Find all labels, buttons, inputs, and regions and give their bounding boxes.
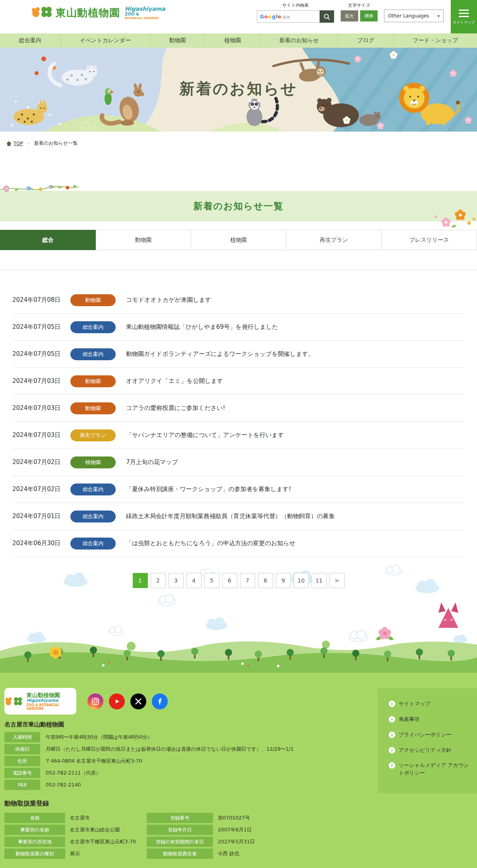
instagram-icon[interactable]	[87, 693, 103, 709]
font-standard-button[interactable]: 標準	[360, 10, 378, 21]
site-header: 東山動植物園 Higashiyama ZOO & BOTANICAL GARDE…	[0, 0, 477, 33]
page-button-6[interactable]: 6	[222, 573, 237, 588]
nav-item-zoo[interactable]: 動物園	[150, 33, 205, 48]
news-category-badge: 植物園	[70, 456, 116, 468]
footer-logo[interactable]: 東山動植物園 Higashiyama ZOO & BOTANICAL GARDE…	[4, 688, 76, 715]
page-button-2[interactable]: 2	[151, 573, 166, 588]
registration-row: 動物取扱業の種別 展示	[4, 849, 147, 859]
footer-link-sitemap[interactable]: サイトマップ	[389, 700, 470, 708]
news-title-link[interactable]: 緑政土木局会計年度月額制業務補助員（育児休業等代替）（動物飼育）の募集	[126, 513, 335, 520]
page-button-9[interactable]: 9	[276, 573, 291, 588]
chevron-right-icon	[389, 747, 395, 753]
pagination: 1 2 3 4 5 6 7 8 9 10 11 >	[0, 557, 477, 588]
footer-link-privacy-policy[interactable]: プライバシーポリシー	[389, 731, 470, 739]
news-category-badge: 総合案内	[70, 538, 116, 550]
news-date: 2024年07月05日	[12, 350, 70, 358]
footer-info-table: 入園時間 午前9時〜午後4時30分（閉園は午後4時50分） 休園日 月曜日（ただ…	[4, 732, 370, 790]
chevron-right-icon	[389, 716, 395, 722]
chevron-right-icon	[389, 762, 395, 769]
news-row: 2024年07月03日 動物園 オオアリクイ「エミ」を公開します	[12, 368, 465, 395]
nav-item-food-shop[interactable]: フード・ショップ	[393, 33, 477, 48]
info-value: 〒464-0804 名古屋市千種区東山元町3-70	[40, 756, 142, 766]
page-button-8[interactable]: 8	[258, 573, 273, 588]
page-button-11[interactable]: 11	[312, 573, 327, 588]
news-row: 2024年07月08日 動物園 コモドオオトカゲが来園します	[12, 287, 465, 314]
news-date: 2024年07月02日	[12, 485, 70, 493]
registration-row: 事業所の名称 名古屋市東山総合公園	[4, 825, 147, 835]
news-row: 2024年07月03日 再生プラン 「サバンナエリアの整備について」アンケートを…	[12, 422, 465, 449]
tab-botanical[interactable]: 植物園	[191, 230, 287, 250]
news-title-link[interactable]: 「サバンナエリアの整備について」アンケートを行います	[126, 431, 284, 439]
tab-zoo[interactable]: 動物園	[96, 230, 191, 250]
info-row: 入園時間 午前9時〜午後4時30分（閉園は午後4時50分）	[4, 732, 370, 742]
news-title-link[interactable]: オオアリクイ「エミ」を公開します	[126, 377, 223, 385]
footer-logo-icon	[4, 695, 23, 707]
google-brand: Google	[260, 14, 281, 19]
pink-flower-illustration	[376, 627, 394, 641]
breadcrumb-top-link[interactable]: TOP	[6, 141, 23, 146]
page-button-10[interactable]: 10	[294, 573, 309, 588]
footer-link-disclaimer[interactable]: 免責事項	[389, 716, 470, 723]
news-category-badge: 動物園	[70, 294, 116, 306]
nav-item-event-calendar[interactable]: イベントカレンダー	[60, 33, 150, 48]
registration-row: 登録番号 第0701027号	[147, 813, 255, 823]
home-icon	[6, 141, 12, 146]
logo-script: Higashiyama	[125, 6, 165, 12]
news-row: 2024年07月05日 総合案内 東山動植物園情報誌「ひがしやま69号」を発行し…	[12, 314, 465, 341]
news-category-badge: 動物園	[70, 402, 116, 414]
news-date: 2024年07月08日	[12, 296, 70, 304]
language-select[interactable]: Other Languages	[384, 10, 444, 22]
news-category-badge: 再生プラン	[70, 429, 116, 441]
news-title-link[interactable]: 7月上旬の花マップ	[126, 458, 178, 466]
page-button-5[interactable]: 5	[204, 573, 219, 588]
news-title-link[interactable]: 「は虫類とおともだちになろう」の申込方法の変更のお知らせ	[126, 540, 295, 547]
news-title-link[interactable]: 東山動植物園情報誌「ひがしやま69号」を発行しました	[126, 323, 278, 331]
news-title-link[interactable]: 動物園ガイドボランティアーズによるワークショップを開催します。	[126, 350, 314, 358]
page-button-7[interactable]: 7	[240, 573, 255, 588]
hamburger-icon	[459, 10, 469, 11]
search-button[interactable]	[320, 10, 334, 23]
registration-row: 事業所の所在地 名古屋市千種区東山元町3-70	[4, 837, 147, 847]
news-title-link[interactable]: 「夏休み特別講座・ワークショップ」の参加者を募集します!	[126, 485, 291, 493]
footer-link-social-media-policy[interactable]: ソーシャルメディア アカウントポリシー	[389, 762, 470, 777]
page-button-4[interactable]: 4	[186, 573, 202, 588]
flowers-decoration	[409, 207, 477, 229]
info-row: 休園日 月曜日（ただし月曜日が国民の祝日または振替休日の場合は直後の休日でない日…	[4, 744, 370, 754]
section-title-band: 新着のお知らせ一覧	[0, 191, 477, 221]
logo-zoo: ZOO &	[125, 12, 165, 17]
nav-item-botanical[interactable]: 植物園	[205, 33, 260, 48]
footer-link-accessibility[interactable]: アクセシビリティ方針	[389, 747, 470, 754]
nav-item-blog[interactable]: ブログ	[338, 33, 394, 48]
news-title-link[interactable]: コアラの愛称投票にご参加ください!	[126, 404, 225, 412]
news-category-badge: 総合案内	[70, 511, 116, 522]
x-icon[interactable]	[130, 693, 146, 709]
info-value: 月曜日（ただし月曜日が国民の祝日または振替休日の場合は直後の休日でない日が休園日…	[40, 744, 294, 754]
tab-renewal-plan[interactable]: 再生プラン	[286, 230, 382, 250]
info-row: FAX 052-782-2140	[4, 780, 370, 790]
page-button-3[interactable]: 3	[169, 573, 184, 588]
news-row: 2024年07月05日 総合案内 動物園ガイドボランティアーズによるワークショッ…	[12, 341, 465, 368]
site-logo[interactable]: 東山動植物園 Higashiyama ZOO & BOTANICAL GARDE…	[31, 5, 165, 21]
news-title-link[interactable]: コモドオオトカゲが来園します	[126, 296, 211, 304]
section-title: 新着のお知らせ一覧	[193, 200, 283, 212]
tab-press-release[interactable]: プレスリリース	[382, 230, 477, 250]
font-enlarge-button[interactable]: 拡大	[341, 10, 358, 21]
youtube-icon[interactable]	[109, 693, 125, 709]
font-size-label: 文字サイズ	[348, 2, 370, 8]
facebook-icon[interactable]	[152, 693, 168, 709]
nav-item-news[interactable]: 新着のお知らせ	[260, 33, 338, 48]
tab-all[interactable]: 総合	[0, 230, 96, 250]
news-date: 2024年07月03日	[12, 377, 70, 385]
search-input[interactable]	[293, 11, 320, 22]
chevron-right-icon	[389, 701, 395, 707]
news-category-badge: 動物園	[70, 375, 116, 387]
registration-row: 動物取扱責任者 今西 鉄也	[147, 849, 255, 859]
page-button-1[interactable]: 1	[133, 573, 148, 588]
page-next-button[interactable]: >	[330, 573, 345, 588]
registration-tables: 名称 名古屋市 事業所の名称 名古屋市東山総合公園 事業所の所在地 名古屋市千種…	[4, 813, 477, 864]
category-tabs: 総合 動物園 植物園 再生プラン プレスリリース	[0, 230, 477, 250]
nav-item-general[interactable]: 総合案内	[0, 33, 60, 48]
registration-row: 登録年月日 2007年6月1日	[147, 825, 255, 835]
sitemap-menu-button[interactable]: サイトマップ	[451, 0, 477, 33]
news-date: 2024年07月03日	[12, 431, 70, 439]
